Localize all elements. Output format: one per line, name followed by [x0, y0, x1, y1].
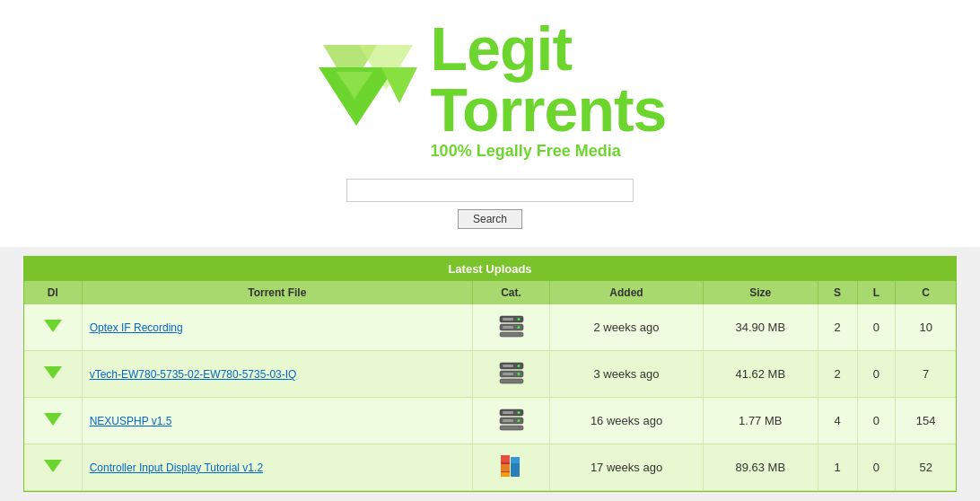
category-icon	[497, 312, 526, 340]
svg-rect-29	[511, 457, 520, 463]
torrent-link[interactable]: Controller Input Display Tutorial v1.2	[90, 461, 263, 474]
completed-cell: 52	[896, 444, 956, 491]
cat-cell	[473, 351, 550, 398]
svg-rect-30	[501, 464, 510, 471]
table-body: Optex IF Recording 2 weeks ago34.90 MB20…	[24, 304, 956, 491]
torrent-name-cell: Optex IF Recording	[82, 304, 472, 351]
search-button[interactable]: Search	[458, 209, 522, 229]
logo-tagline: 100% Legally Free Media	[431, 142, 667, 161]
table-row: Controller Input Display Tutorial v1.2 1…	[24, 444, 956, 491]
completed-cell: 154	[896, 398, 956, 444]
added-cell: 2 weeks ago	[550, 304, 704, 351]
svg-rect-21	[500, 426, 523, 430]
table-row: NEXUSPHP v1.5 16 weeks ago1.77 MB40154	[24, 398, 956, 444]
size-cell: 41.62 MB	[703, 351, 818, 398]
latest-uploads-section: Latest Uploads Dl Torrent File Cat. Adde…	[23, 256, 957, 492]
dl-cell	[24, 398, 82, 444]
svg-rect-10	[503, 318, 513, 321]
size-cell: 89.63 MB	[703, 444, 818, 491]
torrent-link[interactable]: NEXUSPHP v1.5	[90, 415, 172, 427]
svg-rect-18	[503, 373, 513, 375]
download-arrow-icon[interactable]	[44, 366, 62, 379]
torrent-name-cell: NEXUSPHP v1.5	[82, 398, 472, 444]
dl-cell	[24, 351, 82, 398]
col-dl: Dl	[24, 281, 82, 304]
cat-cell	[473, 398, 550, 444]
col-size: Size	[703, 281, 818, 304]
download-arrow-icon[interactable]	[44, 460, 62, 472]
svg-point-15	[517, 365, 520, 367]
category-icon	[497, 405, 526, 434]
col-l: L	[857, 281, 896, 304]
leechers-cell: 0	[857, 351, 896, 398]
svg-rect-17	[503, 365, 513, 367]
header: Legit Torrents 100% Legally Free Media	[0, 0, 980, 170]
download-arrow-icon[interactable]	[44, 320, 62, 332]
leechers-cell: 0	[857, 444, 896, 491]
category-icon	[497, 452, 526, 480]
leechers-cell: 0	[857, 398, 896, 444]
svg-rect-14	[500, 379, 523, 383]
cat-cell	[473, 304, 550, 351]
svg-rect-25	[503, 419, 513, 422]
table-row: Optex IF Recording 2 weeks ago34.90 MB20…	[24, 304, 956, 351]
col-c: C	[896, 281, 956, 304]
svg-point-8	[517, 318, 520, 321]
added-cell: 3 weeks ago	[550, 351, 704, 398]
completed-cell: 7	[896, 351, 956, 398]
size-cell: 34.90 MB	[703, 304, 818, 351]
col-cat: Cat.	[473, 281, 550, 304]
logo-title-legit: Legit	[431, 14, 572, 83]
logo-triangles-icon	[314, 31, 422, 148]
table-head: Dl Torrent File Cat. Added Size S L C	[24, 281, 956, 304]
seeders-cell: 4	[818, 398, 857, 444]
svg-rect-7	[500, 332, 523, 337]
col-added: Added	[550, 281, 704, 304]
svg-point-22	[517, 411, 520, 414]
added-cell: 17 weeks ago	[550, 444, 704, 491]
col-torrent-file: Torrent File	[82, 281, 472, 304]
leechers-cell: 0	[857, 304, 896, 351]
dl-cell	[24, 304, 82, 351]
seeders-cell: 2	[818, 351, 857, 398]
search-area: Search	[0, 170, 980, 247]
table-header-row: Dl Torrent File Cat. Added Size S L C	[24, 281, 956, 304]
table-row: vTech-EW780-5735-02-EW780-5735-03-IQ 3 w…	[24, 351, 956, 398]
dl-cell	[24, 444, 82, 491]
svg-rect-27	[501, 455, 510, 462]
torrent-link[interactable]: Optex IF Recording	[90, 321, 183, 334]
torrent-link[interactable]: vTech-EW780-5735-02-EW780-5735-03-IQ	[90, 368, 297, 381]
section-title: Latest Uploads	[24, 257, 956, 281]
size-cell: 1.77 MB	[703, 398, 818, 444]
logo-title: Legit Torrents	[431, 18, 667, 140]
download-arrow-icon[interactable]	[44, 413, 62, 426]
svg-point-9	[517, 326, 520, 329]
added-cell: 16 weeks ago	[550, 398, 704, 444]
svg-rect-11	[503, 326, 513, 329]
seeders-cell: 2	[818, 304, 857, 351]
logo-title-torrents: Torrents	[431, 75, 667, 144]
uploads-table: Dl Torrent File Cat. Added Size S L C Op…	[24, 281, 956, 491]
main-content: Latest Uploads Dl Torrent File Cat. Adde…	[14, 256, 966, 492]
logo-text-area: Legit Torrents 100% Legally Free Media	[431, 18, 667, 161]
svg-point-23	[517, 419, 520, 422]
col-s: S	[818, 281, 857, 304]
svg-rect-24	[503, 411, 513, 414]
logo-container: Legit Torrents 100% Legally Free Media	[314, 18, 667, 161]
torrent-name-cell: vTech-EW780-5735-02-EW780-5735-03-IQ	[82, 351, 472, 398]
torrent-name-cell: Controller Input Display Tutorial v1.2	[82, 444, 472, 491]
cat-cell	[473, 444, 550, 491]
seeders-cell: 1	[818, 444, 857, 491]
search-input[interactable]	[346, 179, 634, 202]
completed-cell: 10	[896, 304, 956, 351]
svg-rect-31	[501, 472, 510, 477]
category-icon	[497, 358, 526, 387]
svg-point-16	[517, 373, 520, 375]
